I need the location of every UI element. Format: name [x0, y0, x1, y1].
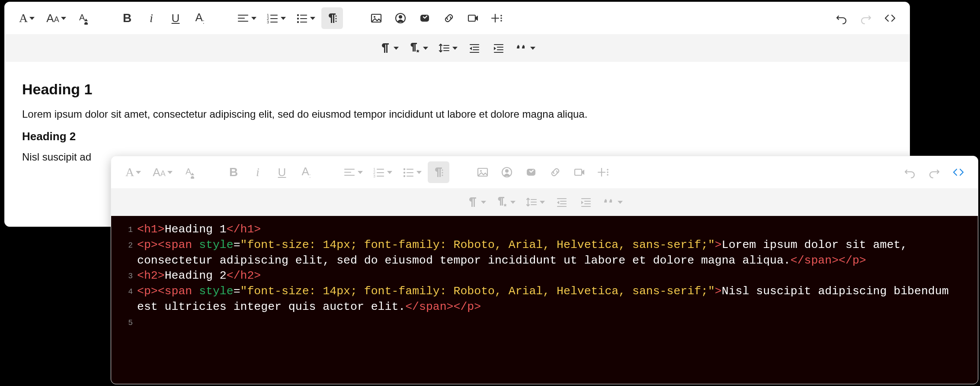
- ordered-list-icon: 123: [372, 166, 385, 179]
- align-button[interactable]: [233, 7, 260, 29]
- font-color-button: A: [179, 161, 200, 183]
- font-family-icon: A: [125, 165, 134, 179]
- video-icon: [467, 12, 480, 25]
- font-family-icon: A: [19, 11, 28, 25]
- paragraph-format-button[interactable]: [321, 7, 343, 29]
- svg-point-36: [607, 171, 608, 173]
- line-number: 4: [120, 284, 133, 297]
- undo-button: [899, 161, 921, 183]
- undo-button[interactable]: [831, 7, 852, 29]
- code-line-2[interactable]: 2 <p><span style="font-size: 14px; font-…: [120, 238, 969, 269]
- svg-point-9: [335, 20, 336, 22]
- bold-icon: B: [123, 11, 131, 25]
- font-color-icon: A: [77, 12, 90, 25]
- underline-button: U: [271, 161, 293, 183]
- code-view-button[interactable]: [879, 7, 901, 29]
- line-number: 3: [120, 268, 133, 281]
- ordered-list-button: 123: [369, 161, 396, 183]
- indent-decrease-icon: [555, 196, 568, 209]
- insert-user-button[interactable]: [390, 7, 411, 29]
- ordered-list-icon: 123: [266, 12, 279, 25]
- clear-format-icon: A:: [301, 165, 311, 179]
- indent-increase-button: [575, 191, 597, 213]
- unordered-list-button: [398, 161, 425, 183]
- image-icon: [370, 12, 383, 25]
- insert-video-button: [569, 161, 590, 183]
- insert-badge-button[interactable]: [414, 7, 436, 29]
- svg-point-13: [399, 15, 402, 19]
- insert-link-button: [544, 161, 566, 183]
- svg-point-32: [505, 169, 509, 173]
- unordered-list-button[interactable]: [292, 7, 319, 29]
- redo-button: [923, 161, 945, 183]
- quote-button[interactable]: [512, 37, 539, 59]
- main-toolbar-disabled: A AA A B i U A: 123: [111, 156, 978, 188]
- indent-increase-button[interactable]: [488, 37, 509, 59]
- code-view-button[interactable]: [948, 161, 969, 183]
- user-circle-icon: [500, 166, 513, 179]
- code-editor[interactable]: 1 <h1>Heading 1</h1> 2 <p><span style="f…: [111, 216, 978, 384]
- redo-icon: [928, 166, 941, 179]
- user-circle-icon: [394, 12, 407, 25]
- clear-format-button[interactable]: A:: [189, 7, 211, 29]
- indent-increase-icon: [492, 42, 505, 55]
- pilcrow-star-icon: [496, 196, 509, 209]
- underline-icon: U: [278, 166, 286, 179]
- font-size-button[interactable]: AA: [43, 7, 70, 29]
- line-height-icon: [525, 196, 538, 209]
- link-icon: [442, 12, 455, 25]
- insert-link-button[interactable]: [438, 7, 460, 29]
- insert-more-button[interactable]: [487, 7, 508, 29]
- indent-decrease-button[interactable]: [464, 37, 485, 59]
- code-line-4[interactable]: 4 <p><span style="font-size: 14px; font-…: [120, 284, 969, 315]
- svg-text:3: 3: [267, 20, 269, 24]
- badge-icon: [525, 166, 538, 179]
- line-height-button[interactable]: [434, 37, 461, 59]
- code-line-3[interactable]: 3 <h2>Heading 2</h2>: [120, 268, 969, 284]
- insert-image-button: [472, 161, 493, 183]
- svg-text:3: 3: [373, 174, 375, 178]
- line-height-button: [522, 191, 548, 213]
- bold-icon: B: [229, 165, 238, 179]
- italic-icon: i: [256, 165, 259, 179]
- quote-button: [599, 191, 626, 213]
- clear-format-button: A:: [295, 161, 317, 183]
- font-color-button[interactable]: A: [72, 7, 94, 29]
- unordered-list-icon: [402, 166, 415, 179]
- line-number: 5: [120, 315, 133, 328]
- redo-icon: [859, 12, 872, 25]
- editor-codeview-window: A AA A B i U A: 123 1 <h1>He: [111, 156, 978, 384]
- doc-paragraph-1[interactable]: Lorem ipsum dolor sit amet, consectetur …: [22, 106, 892, 122]
- bold-button[interactable]: B: [116, 7, 138, 29]
- svg-point-27: [442, 172, 443, 173]
- svg-point-6: [297, 21, 299, 23]
- ordered-list-button[interactable]: 123: [263, 7, 289, 29]
- font-family-button[interactable]: A: [13, 7, 40, 29]
- redo-button[interactable]: [855, 7, 877, 29]
- code-icon: [952, 166, 965, 179]
- code-line-1[interactable]: 1 <h1>Heading 1</h1>: [120, 222, 969, 238]
- doc-heading-2[interactable]: Heading 2: [22, 128, 892, 145]
- doc-heading-1[interactable]: Heading 1: [22, 78, 892, 100]
- link-icon: [549, 166, 562, 179]
- insert-more-button: [593, 161, 615, 183]
- italic-icon: i: [150, 11, 153, 25]
- insert-user-button: [496, 161, 518, 183]
- plus-more-icon: [597, 166, 610, 179]
- font-color-icon: A: [183, 166, 196, 179]
- indent-decrease-icon: [468, 42, 481, 55]
- code-line-5[interactable]: 5: [120, 315, 969, 331]
- clear-format-icon: A:: [195, 11, 204, 25]
- italic-button[interactable]: i: [141, 7, 162, 29]
- svg-text:A: A: [79, 13, 85, 22]
- insert-image-button[interactable]: [365, 7, 387, 29]
- svg-point-28: [442, 174, 443, 176]
- badge-icon: [418, 12, 431, 25]
- underline-button[interactable]: U: [165, 7, 186, 29]
- font-family-button: A: [120, 161, 147, 183]
- para-style-button[interactable]: [375, 37, 402, 59]
- plus-more-icon: [491, 12, 504, 25]
- para-special-button[interactable]: [405, 37, 432, 59]
- insert-video-button[interactable]: [462, 7, 484, 29]
- svg-rect-15: [468, 15, 475, 21]
